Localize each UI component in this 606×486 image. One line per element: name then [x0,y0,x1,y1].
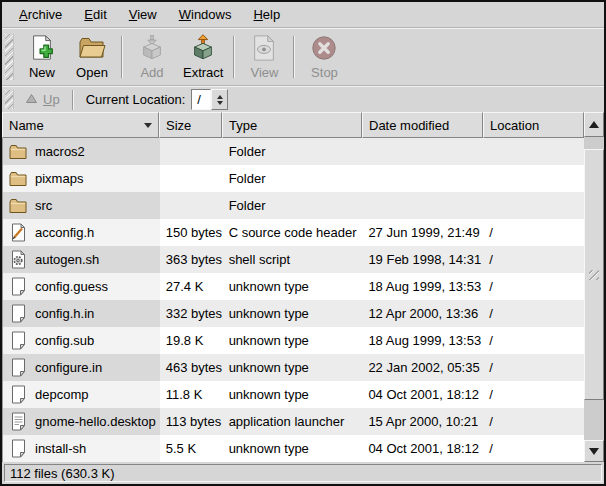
separator [121,36,123,78]
file-location [483,165,584,192]
table-row[interactable]: config.h.in 332 bytes unknown type 12 Ap… [3,300,584,327]
location-dropdown-button[interactable] [211,89,228,110]
file-location: / [483,246,584,273]
file-date-modified: 04 Oct 2001, 18:12 [362,381,483,408]
table-row[interactable]: configure.in 463 bytes unknown type 22 J… [3,354,584,381]
table-row[interactable]: depcomp 11.8 K unknown type 04 Oct 2001,… [3,381,584,408]
document-icon [8,304,28,324]
table-row[interactable]: gnome-hello.desktop 113 bytes applicatio… [3,408,584,435]
file-date-modified: 18 Aug 1999, 13:53 [362,273,483,300]
file-type: unknown type [223,354,363,381]
file-location: / [483,381,584,408]
column-header-type[interactable]: Type [222,112,362,138]
toolbar-button-label: Extract [183,65,223,80]
file-list-area: Name Size Type Date modified Location ma… [2,112,604,462]
menu-view[interactable]: View [118,4,168,25]
menu-archive[interactable]: Archive [8,4,73,25]
toolbar-button-label: View [250,65,278,80]
separator [293,36,295,78]
extract-icon [188,33,218,63]
location-value[interactable]: / [191,89,211,110]
table-row[interactable]: src Folder [3,192,584,219]
thumb-grip-icon [589,270,599,280]
open-archive-icon [77,33,107,63]
table-row[interactable]: autogen.sh 363 bytes shell script 19 Feb… [3,246,584,273]
toolbar-drag-handle[interactable] [5,34,14,80]
table-row[interactable]: pixmaps Folder [3,165,584,192]
column-header-location[interactable]: Location [483,112,584,138]
column-header-row: Name Size Type Date modified Location [2,112,584,138]
scrollbar-thumb[interactable] [584,149,604,400]
document-icon [8,439,28,459]
new-archive-icon [27,33,57,63]
document-icon [8,277,28,297]
scroll-up-button[interactable] [584,112,604,137]
file-type: Folder [223,165,363,192]
table-row[interactable]: config.guess 27.4 K unknown type 18 Aug … [3,273,584,300]
file-date-modified: 04 Oct 2001, 18:12 [362,435,483,462]
file-date-modified [362,165,483,192]
file-location: / [483,273,584,300]
arrow-down-icon [589,448,599,455]
up-button[interactable]: Up [17,90,68,109]
file-type: application launcher [223,408,363,435]
locationbar-drag-handle[interactable] [5,90,14,109]
file-size: 150 bytes [160,219,223,246]
file-date-modified: 15 Apr 2000, 10:21 [362,408,483,435]
file-name: gnome-hello.desktop [35,414,156,429]
column-header-size[interactable]: Size [159,112,222,138]
add-button[interactable]: Add [127,31,177,83]
column-header-date-modified[interactable]: Date modified [362,112,483,138]
file-name: config.h.in [35,306,94,321]
document-icon [8,358,28,378]
column-header-name[interactable]: Name [2,112,159,138]
file-size [160,165,223,192]
view-button[interactable]: View [239,31,289,83]
file-name: install-sh [35,441,86,456]
chevron-down-icon [217,101,223,105]
file-date-modified [362,138,483,165]
up-arrow-icon [25,92,38,107]
menu-edit[interactable]: Edit [73,4,117,25]
file-date-modified: 18 Aug 1999, 13:53 [362,327,483,354]
status-text: 112 files (630.3 K) [10,466,115,481]
toolbar: New Open Add [2,29,604,85]
table-row[interactable]: install-sh 5.5 K unknown type 04 Oct 200… [3,435,584,462]
file-location: / [483,354,584,381]
file-date-modified [362,192,483,219]
file-location: / [483,408,584,435]
file-name: config.sub [35,333,94,348]
stop-button[interactable]: Stop [299,31,349,83]
shell-script-file-icon [8,250,28,270]
chevron-up-icon [217,95,223,99]
file-type: unknown type [223,300,363,327]
launcher-file-icon [8,412,28,432]
file-type: unknown type [223,435,363,462]
table-row[interactable]: macros2 Folder [3,138,584,165]
folder-icon [8,196,28,216]
file-date-modified: 19 Feb 1998, 14:31 [362,246,483,273]
file-name: depcomp [35,387,88,402]
file-size: 5.5 K [160,435,223,462]
folder-icon [8,142,28,162]
file-type: Folder [223,138,363,165]
file-size: 463 bytes [160,354,223,381]
file-type: Folder [223,192,363,219]
open-button[interactable]: Open [67,31,117,83]
menu-help[interactable]: Help [242,4,291,25]
menu-windows[interactable]: Windows [168,4,243,25]
scrollbar-track[interactable] [584,137,604,440]
table-row[interactable]: config.sub 19.8 K unknown type 18 Aug 19… [3,327,584,354]
file-type: unknown type [223,273,363,300]
new-button[interactable]: New [17,31,67,83]
file-name: config.guess [35,279,108,294]
scroll-down-button[interactable] [584,440,604,462]
file-type: unknown type [223,327,363,354]
folder-icon [8,169,28,189]
location-bar: Up Current Location: / [2,87,604,112]
sort-descending-icon [144,123,152,128]
extract-button[interactable]: Extract [177,31,229,83]
document-icon [8,331,28,351]
table-row[interactable]: acconfig.h 150 bytes C source code heade… [3,219,584,246]
file-size: 19.8 K [160,327,223,354]
